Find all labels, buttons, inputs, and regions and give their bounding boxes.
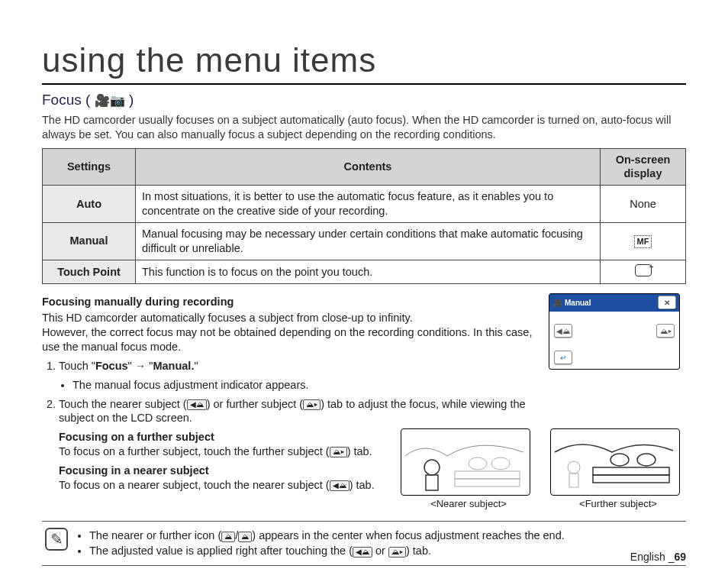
svg-point-10: [610, 454, 629, 466]
close-button[interactable]: ✕: [658, 296, 676, 309]
further-tab-icon: ⛰▶: [388, 547, 406, 558]
section-title: Focus ( 🎥📷 ): [42, 91, 686, 110]
return-button[interactable]: ↵: [554, 351, 572, 364]
section-title-text: Focus (: [42, 92, 90, 108]
nearer-tab-icon: ◀⛰: [353, 547, 372, 558]
further-tab-icon: ⛰▶: [330, 447, 347, 457]
note-1: The nearer or further icon (⛰/⛰) appears…: [89, 528, 565, 543]
svg-point-11: [637, 454, 656, 466]
svg-rect-9: [593, 475, 669, 483]
note-box: ✎ The nearer or further icon (⛰/⛰) appea…: [42, 521, 686, 566]
row-auto-label: Auto: [43, 186, 136, 223]
step2-b: ) or further subject (: [207, 398, 304, 410]
touchpoint-icon: +: [635, 264, 652, 276]
nearer-tab-icon: ◀⛰: [330, 480, 350, 491]
note-2: The adjusted value is applied right afte…: [89, 544, 565, 558]
focus-nearer-button[interactable]: ◀⛰: [554, 324, 572, 338]
row-touchpoint-content: This function is to focus on the point y…: [136, 260, 601, 284]
row-auto-content: In most situations, it is better to use …: [136, 186, 601, 223]
nearer-subject-illustration: [401, 428, 530, 496]
page-title: using the menu items: [42, 38, 686, 85]
nearer-tab-icon: ◀⛰: [187, 399, 207, 410]
table-row: Auto In most situations, it is better to…: [43, 186, 686, 223]
row-manual-label: Manual: [43, 222, 136, 260]
step1-post: ": [194, 360, 198, 372]
video-photo-mode-icon: 🎥📷: [95, 94, 125, 107]
focus-further-button[interactable]: ⛰▶: [656, 324, 675, 338]
svg-point-6: [568, 461, 580, 473]
step1-bold1: Focus: [95, 360, 128, 372]
step2-a: Touch the nearer subject (: [59, 398, 187, 410]
svg-point-4: [469, 457, 487, 470]
row-touchpoint-osd: +: [601, 260, 686, 284]
row-manual-osd: MF: [601, 222, 686, 260]
footer-lang: English: [630, 551, 668, 563]
step1-bullet: The manual focus adjustment indicator ap…: [72, 378, 535, 393]
lcd-header: 🎥 Manual ✕: [549, 294, 679, 312]
mf-icon: MF: [634, 235, 652, 247]
manual-focus-desc2: However, the correct focus may not be ob…: [42, 325, 535, 354]
row-auto-osd: None: [601, 186, 686, 223]
nearer-solid-icon: ⛰: [221, 532, 235, 542]
section-title-close: ): [129, 92, 134, 108]
nearer-subject-caption: <Nearer subject>: [401, 498, 536, 511]
footer-page: 69: [674, 551, 686, 563]
step-1: Touch "Focus" → "Manual." The manual foc…: [59, 359, 535, 393]
svg-rect-3: [455, 479, 520, 486]
svg-rect-2: [455, 471, 520, 479]
row-touchpoint-label: Touch Point: [43, 260, 136, 284]
step1-bold2: Manual.: [153, 360, 194, 372]
camcorder-icon: 🎥: [552, 298, 562, 308]
col-settings: Settings: [43, 148, 136, 186]
table-row: Manual Manual focusing may be necessary …: [43, 222, 686, 260]
svg-point-0: [424, 460, 440, 475]
further-solid-icon: ⛰: [238, 532, 252, 542]
row-manual-content: Manual focusing may be necessary under c…: [136, 222, 601, 260]
col-contents: Contents: [136, 148, 601, 186]
lcd-mode-label: Manual: [565, 298, 591, 308]
settings-table: Settings Contents On-screen display Auto…: [42, 148, 686, 285]
col-osd: On-screen display: [601, 148, 686, 186]
lcd-preview: 🎥 Manual ✕ ◀⛰ ⛰▶ ↵: [549, 293, 680, 370]
step1-pre: Touch ": [59, 360, 95, 372]
further-subject-caption: <Further subject>: [550, 498, 686, 511]
svg-point-5: [491, 457, 510, 470]
svg-rect-7: [569, 473, 578, 487]
svg-rect-8: [593, 467, 669, 475]
manual-focus-heading: Focusing manually during recording: [42, 295, 535, 309]
manual-focus-desc1: This HD camcorder automatically focuses …: [42, 311, 535, 325]
step1-mid: " → ": [128, 360, 153, 372]
table-row: Touch Point This function is to focus on…: [43, 260, 686, 284]
table-header-row: Settings Contents On-screen display: [43, 148, 686, 186]
further-subject-illustration: [550, 428, 680, 496]
page-footer: English _69: [630, 550, 686, 564]
note-icon: ✎: [45, 528, 68, 551]
further-tab-icon: ⛰▶: [303, 399, 321, 410]
section-intro: The HD camcorder usually focuses on a su…: [42, 113, 686, 142]
svg-rect-1: [426, 475, 438, 490]
